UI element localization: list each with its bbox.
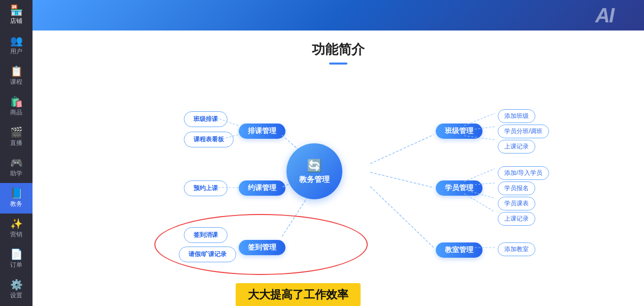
- sidebar-label-live: 直播: [10, 139, 22, 147]
- svg-line-12: [464, 169, 495, 181]
- highlight-box: 大大提高了工作效率: [236, 283, 361, 306]
- sub-xueyuan-baoming[interactable]: 学员报名: [498, 181, 535, 195]
- sidebar-item-settings[interactable]: ⚙️ 设置: [0, 274, 33, 305]
- sub-fenban[interactable]: 学员分班/调班: [498, 125, 549, 138]
- svg-line-4: [370, 172, 434, 188]
- sidebar-label-products: 商品: [10, 108, 22, 117]
- banner-ai-text: AI: [595, 4, 614, 27]
- center-label: 教务管理: [299, 175, 330, 185]
- banner: AI: [33, 0, 644, 30]
- center-icon: 🔄: [307, 159, 322, 173]
- store-icon: 🏪: [10, 5, 23, 15]
- main-content: AI 功能简介: [33, 0, 644, 306]
- xueyuan-branch[interactable]: 学员管理: [436, 180, 482, 196]
- svg-line-3: [370, 135, 434, 164]
- highlight-text: 大大提高了工作效率: [248, 288, 348, 301]
- sidebar-label-users: 用户: [10, 47, 22, 56]
- users-icon: 👥: [10, 36, 23, 46]
- svg-line-5: [370, 187, 434, 248]
- course-icon: 📋: [10, 66, 23, 76]
- teaching-icon: 📘: [10, 188, 23, 198]
- sidebar-label-store: 店铺: [10, 17, 22, 25]
- sub-add-xueyuan[interactable]: 添加/导入学员: [498, 166, 549, 180]
- yueke-branch[interactable]: 约课管理: [239, 180, 285, 196]
- sidebar-label-marketing: 营销: [10, 230, 22, 239]
- live-icon: 🎬: [10, 127, 23, 137]
- sub-qiandao-xiaoke[interactable]: 签到消课: [184, 227, 228, 243]
- sub-add-banji[interactable]: 添加班级: [498, 109, 535, 123]
- sidebar-label-course: 课程: [10, 78, 22, 86]
- orders-icon: 📄: [10, 249, 23, 259]
- paike-branch[interactable]: 排课管理: [239, 124, 285, 139]
- sub-kecheng-kanban[interactable]: 课程表看板: [184, 132, 234, 147]
- mindmap: 🔄 教务管理 排课管理 班级排课 课程表看板 约课管理 预约上课: [53, 75, 624, 306]
- svg-line-15: [464, 194, 495, 212]
- sidebar-item-store[interactable]: 🏪 店铺: [0, 0, 33, 30]
- assist-icon: 🎮: [10, 158, 23, 168]
- settings-icon: ⚙️: [10, 280, 23, 290]
- sub-banji-paike[interactable]: 班级排课: [184, 111, 228, 127]
- marketing-icon: ✨: [10, 219, 23, 229]
- sidebar-item-course[interactable]: 📋 课程: [0, 61, 33, 91]
- sub-xueyuan-record[interactable]: 上课记录: [498, 212, 535, 226]
- sidebar-item-assist[interactable]: 🎮 助学: [0, 152, 33, 183]
- sidebar: 🏪 店铺 👥 用户 📋 课程 🛍️ 商品 🎬 直播 🎮 助学 📘 教务 ✨ 营销…: [0, 0, 33, 306]
- sidebar-label-orders: 订单: [10, 261, 22, 269]
- center-node: 🔄 教务管理: [286, 143, 342, 199]
- sidebar-item-orders[interactable]: 📄 订单: [0, 244, 33, 274]
- jiaoshi-branch[interactable]: 教室管理: [436, 242, 482, 258]
- sub-xueyuan-kete[interactable]: 学员课表: [498, 197, 535, 210]
- connector-lines: [53, 75, 624, 306]
- sub-banji-record[interactable]: 上课记录: [498, 140, 535, 154]
- sidebar-label-assist: 助学: [10, 169, 22, 178]
- sidebar-item-users[interactable]: 👥 用户: [0, 30, 33, 61]
- sub-yuyue-shangke[interactable]: 预约上课: [184, 180, 228, 196]
- sub-qingjia-record[interactable]: 请假/旷课记录: [179, 247, 236, 262]
- sidebar-item-products[interactable]: 🛍️ 商品: [0, 91, 33, 122]
- sidebar-item-teaching[interactable]: 📘 教务: [0, 183, 33, 213]
- products-icon: 🛍️: [10, 97, 23, 107]
- title-underline: [329, 63, 347, 65]
- banji-branch[interactable]: 班级管理: [436, 124, 482, 139]
- sidebar-label-teaching: 教务: [10, 200, 22, 208]
- sidebar-item-marketing[interactable]: ✨ 营销: [0, 213, 33, 244]
- page-title: 功能简介: [53, 41, 624, 58]
- sidebar-label-settings: 设置: [10, 291, 22, 300]
- sub-add-jiaoshi[interactable]: 添加教室: [498, 242, 535, 256]
- content-area: 功能简介: [33, 30, 644, 306]
- sidebar-item-live[interactable]: 🎬 直播: [0, 122, 33, 152]
- qiandao-branch[interactable]: 签到管理: [239, 240, 285, 255]
